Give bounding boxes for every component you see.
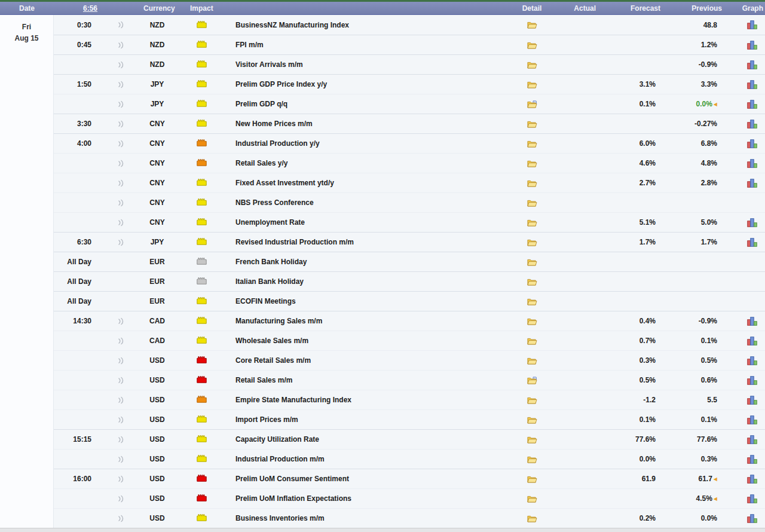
detail-folder-icon[interactable] [527, 120, 537, 128]
event-name[interactable]: Prelim UoM Consumer Sentiment [235, 475, 349, 483]
event-name[interactable]: Empire State Manufacturing Index [235, 396, 351, 404]
graph-icon[interactable] [747, 159, 757, 168]
speaker-icon[interactable] [117, 160, 124, 167]
detail-folder-icon[interactable] [527, 179, 537, 187]
speaker-icon[interactable] [117, 239, 124, 246]
speaker-cell [98, 377, 143, 384]
event-name[interactable]: Retail Sales m/m [235, 376, 292, 384]
detail-folder-icon[interactable] [527, 298, 537, 305]
detail-folder-icon[interactable] [527, 100, 537, 108]
speaker-icon[interactable] [117, 475, 124, 483]
graph-icon[interactable] [747, 356, 757, 365]
graph-icon[interactable] [747, 20, 757, 29]
detail-folder-icon[interactable] [527, 495, 537, 503]
graph-icon[interactable] [747, 120, 757, 129]
speaker-icon[interactable] [117, 377, 124, 384]
speaker-icon[interactable] [117, 495, 124, 503]
detail-folder-icon[interactable] [527, 258, 537, 266]
event-name[interactable]: BusinessNZ Manufacturing Index [235, 21, 349, 29]
graph-icon[interactable] [747, 455, 757, 464]
detail-folder-icon[interactable] [527, 396, 537, 404]
detail-folder-icon[interactable] [527, 515, 537, 522]
event-name[interactable]: Revised Industrial Production m/m [235, 238, 354, 246]
event-name[interactable]: Prelim GDP q/q [235, 100, 287, 108]
speaker-icon[interactable] [117, 41, 124, 49]
graph-icon[interactable] [747, 475, 757, 484]
detail-folder-icon[interactable] [527, 436, 537, 444]
detail-folder-icon[interactable] [527, 219, 537, 227]
speaker-icon[interactable] [117, 140, 124, 148]
event-name[interactable]: New Home Prices m/m [235, 120, 313, 128]
graph-icon[interactable] [747, 238, 757, 247]
graph-icon[interactable] [747, 139, 757, 148]
speaker-icon[interactable] [117, 199, 124, 207]
detail-folder-icon[interactable] [527, 61, 537, 69]
detail-folder-icon[interactable] [527, 140, 537, 148]
speaker-icon[interactable] [117, 317, 124, 325]
event-name[interactable]: Visitor Arrivals m/m [235, 60, 303, 69]
event-name[interactable]: Manufacturing Sales m/m [235, 317, 322, 325]
speaker-icon[interactable] [117, 21, 124, 29]
event-name[interactable]: Prelim GDP Price Index y/y [235, 80, 327, 88]
speaker-icon[interactable] [117, 61, 124, 69]
speaker-icon[interactable] [117, 515, 124, 522]
event-name[interactable]: Industrial Production m/m [235, 455, 325, 463]
detail-folder-icon[interactable] [527, 239, 537, 246]
speaker-icon[interactable] [117, 100, 124, 108]
graph-icon[interactable] [747, 80, 757, 89]
detail-folder-icon[interactable] [527, 455, 537, 463]
detail-folder-icon[interactable] [527, 81, 537, 88]
event-name[interactable]: NBS Press Conference [235, 198, 314, 207]
event-name[interactable]: Import Prices m/m [235, 415, 298, 424]
event-name[interactable]: Unemployment Rate [235, 218, 305, 227]
detail-folder-icon[interactable] [527, 160, 537, 167]
graph-icon[interactable] [747, 415, 757, 424]
detail-folder-icon[interactable] [527, 199, 537, 207]
speaker-icon[interactable] [117, 357, 124, 365]
event-name[interactable]: Wholesale Sales m/m [235, 337, 308, 345]
event-name[interactable]: FPI m/m [235, 41, 264, 49]
speaker-icon[interactable] [117, 416, 124, 424]
detail-folder-icon[interactable] [527, 317, 537, 325]
detail-folder-icon[interactable] [527, 337, 537, 345]
event-name[interactable]: ECOFIN Meetings [235, 297, 296, 305]
detail-folder-icon[interactable] [527, 357, 537, 365]
graph-icon[interactable] [747, 337, 757, 346]
event-name[interactable]: Core Retail Sales m/m [235, 356, 311, 365]
speaker-icon[interactable] [117, 436, 124, 444]
detail-folder-icon[interactable] [527, 278, 537, 286]
graph-icon[interactable] [747, 218, 757, 227]
current-time-link[interactable]: 6:56 [83, 4, 97, 13]
graph-icon[interactable] [747, 494, 757, 503]
graph-icon[interactable] [747, 317, 757, 326]
detail-folder-icon[interactable] [527, 377, 537, 384]
graph-icon[interactable] [747, 179, 757, 188]
speaker-icon[interactable] [117, 455, 124, 463]
graph-icon[interactable] [747, 396, 757, 405]
graph-icon[interactable] [747, 514, 757, 523]
graph-icon[interactable] [747, 100, 757, 109]
event-name[interactable]: Industrial Production y/y [235, 139, 320, 148]
forecast-value: 1.7% [601, 238, 660, 246]
speaker-icon[interactable] [117, 81, 124, 88]
event-name[interactable]: Retail Sales y/y [235, 159, 287, 167]
graph-icon[interactable] [747, 41, 757, 50]
graph-icon[interactable] [747, 376, 757, 385]
event-name[interactable]: Italian Bank Holiday [235, 277, 304, 286]
event-name[interactable]: Prelim UoM Inflation Expectations [235, 494, 351, 503]
event-name[interactable]: Capacity Utilization Rate [235, 435, 319, 444]
speaker-icon[interactable] [117, 179, 124, 187]
speaker-icon[interactable] [117, 396, 124, 404]
detail-folder-icon[interactable] [527, 41, 537, 49]
event-name[interactable]: French Bank Holiday [235, 258, 307, 266]
graph-icon[interactable] [747, 60, 757, 69]
speaker-icon[interactable] [117, 337, 124, 345]
speaker-icon[interactable] [117, 120, 124, 128]
detail-folder-icon[interactable] [527, 416, 537, 424]
detail-folder-icon[interactable] [527, 21, 537, 29]
event-name[interactable]: Fixed Asset Investment ytd/y [235, 179, 334, 187]
event-name[interactable]: Business Inventories m/m [235, 514, 325, 522]
graph-icon[interactable] [747, 435, 757, 444]
detail-folder-icon[interactable] [527, 475, 537, 483]
speaker-icon[interactable] [117, 219, 124, 227]
